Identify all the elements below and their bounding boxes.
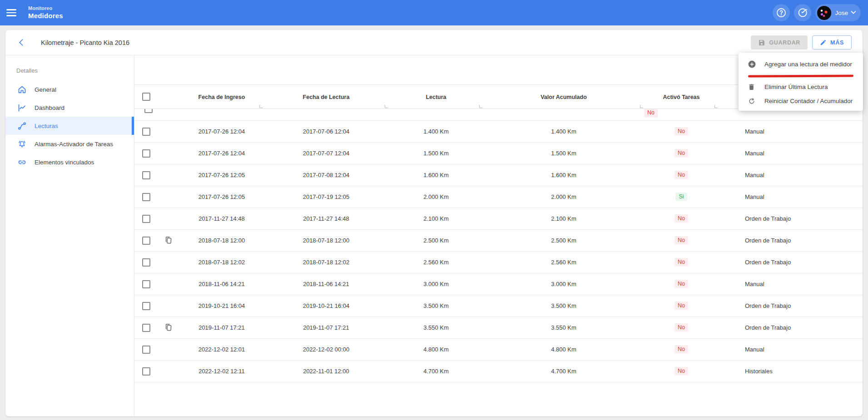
pencil-icon — [820, 39, 827, 46]
column-header-lectura: Lectura — [426, 94, 446, 100]
sidebar-item-elementos[interactable]: Elementos vinculados — [5, 153, 134, 171]
row-checkbox[interactable] — [142, 258, 150, 267]
hamburger-menu-icon[interactable] — [4, 4, 22, 22]
cell-fecha-ingreso: 2017-11-27 14:48 — [180, 215, 263, 222]
table-row[interactable]: 2018-07-18 12:00 2018-07-18 12:00 2.500 … — [134, 230, 863, 252]
cell-origen: Manual — [719, 346, 863, 353]
cell-fecha-ingreso: 2018-11-06 14:21 — [180, 281, 263, 287]
column-resize-handle[interactable] — [714, 105, 718, 108]
cell-lectura: 1.600 Km — [389, 172, 483, 178]
table-row[interactable]: 2019-10-21 16:04 2019-10-21 16:04 3.500 … — [134, 295, 863, 317]
row-checkbox[interactable] — [142, 367, 150, 376]
sidebar-item-alarmas[interactable]: Alarmas-Activador de Tareas — [5, 135, 134, 153]
activo-tareas-badge: No — [644, 109, 658, 118]
cell-valor-acumulado: 2.000 Km — [483, 193, 644, 200]
cell-fecha-lectura: 2022-12-02 00:00 — [263, 346, 389, 353]
cell-valor-acumulado: 2.560 Km — [483, 259, 644, 266]
save-icon — [758, 39, 765, 46]
cell-valor-acumulado: 2.100 Km — [483, 215, 644, 222]
tour-button[interactable] — [794, 4, 811, 21]
copy-icon[interactable] — [164, 236, 174, 246]
cell-origen: Orden de Trabajo — [719, 259, 863, 266]
link-icon — [17, 157, 27, 167]
cell-origen: Orden de Trabajo — [719, 324, 863, 331]
cell-lectura: 2.000 Km — [389, 193, 483, 200]
table-row[interactable]: 2017-07-26 12:05 2017-07-19 12:05 2.000 … — [134, 186, 863, 208]
row-checkbox[interactable] — [142, 128, 150, 136]
cell-valor-acumulado: 3.500 Km — [483, 302, 644, 309]
row-checkbox[interactable] — [142, 149, 150, 158]
cell-lectura: 3.500 Km — [389, 302, 483, 309]
menu-item-label: Reiniciar Contador / Acumulador — [764, 98, 853, 104]
activo-tareas-badge: No — [675, 301, 688, 311]
table-row[interactable]: 2022-12-02 12:01 2022-12-02 00:00 4.800 … — [134, 339, 863, 361]
activo-tareas-badge: No — [675, 323, 688, 332]
add-circle-icon — [748, 60, 756, 69]
more-button-label: MÁS — [830, 40, 844, 46]
trash-icon — [748, 83, 756, 91]
row-checkbox[interactable] — [142, 280, 150, 288]
row-checkbox[interactable] — [142, 193, 150, 201]
column-resize-handle[interactable] — [385, 105, 388, 108]
row-checkbox[interactable] — [142, 346, 150, 354]
cell-lectura: 3.000 Km — [389, 281, 483, 287]
cell-origen: Orden de Trabajo — [719, 237, 863, 244]
topbar: Monitoreo Medidores — [0, 0, 868, 25]
app-title: Medidores — [28, 12, 63, 20]
cell-origen: Orden de Trabajo — [719, 215, 863, 222]
column-resize-handle[interactable] — [640, 105, 643, 108]
menu-item-eliminar-lectura[interactable]: Eliminar Última Lectura — [739, 80, 863, 94]
table-row[interactable]: 2018-07-18 12:02 2018-07-18 12:02 2.560 … — [134, 252, 863, 273]
reset-icon — [748, 97, 756, 105]
cell-valor-acumulado: 3.000 Km — [483, 281, 644, 287]
sidebar-item-general[interactable]: General — [5, 80, 134, 99]
more-button[interactable]: MÁS — [812, 35, 852, 49]
activo-tareas-badge: No — [675, 345, 688, 354]
menu-item-label: Eliminar Última Lectura — [764, 84, 828, 90]
activo-tareas-badge: No — [675, 258, 688, 267]
copy-icon[interactable] — [164, 323, 174, 333]
row-checkbox[interactable] — [142, 237, 150, 245]
sidebar-item-dashboard[interactable]: Dashboard — [5, 99, 134, 117]
table-row[interactable]: 2017-07-26 12:04 2017-07-07 12:04 1.500 … — [134, 143, 863, 164]
row-checkbox[interactable] — [142, 324, 150, 332]
cell-lectura: 2.500 Km — [389, 237, 483, 244]
save-button[interactable]: GUARDAR — [751, 35, 808, 49]
table-row[interactable]: 2018-11-06 14:21 2018-11-06 14:21 3.000 … — [134, 273, 863, 295]
table-row[interactable]: 2017-07-26 12:05 2017-07-08 12:04 1.600 … — [134, 164, 863, 186]
sidebar-item-label: Elementos vinculados — [35, 159, 94, 166]
cell-lectura: 2.100 Km — [389, 215, 483, 222]
cell-origen: Manual — [719, 281, 863, 287]
cell-fecha-ingreso: 2018-07-18 12:00 — [180, 237, 263, 244]
user-menu[interactable]: Jose — [815, 4, 861, 21]
cell-fecha-ingreso: 2017-07-26 12:04 — [180, 128, 263, 135]
menu-item-agregar-lectura[interactable]: Agregar una lectura del medidor — [739, 55, 863, 73]
table-row[interactable]: 2019-11-07 17:21 2019-11-07 17:21 3.550 … — [134, 317, 863, 339]
cell-valor-acumulado: 3.550 Km — [483, 324, 644, 331]
row-checkbox[interactable] — [144, 109, 153, 113]
table-row[interactable]: 2017-11-27 14:48 2017-11-27 14:48 2.100 … — [134, 208, 863, 230]
detail-sidebar: Detalles General Dashboard — [5, 55, 134, 416]
row-checkbox[interactable] — [142, 171, 150, 179]
menu-item-reiniciar-contador[interactable]: Reiniciar Contador / Acumulador — [739, 94, 863, 108]
cell-valor-acumulado: 1.600 Km — [483, 172, 644, 178]
help-button[interactable] — [773, 4, 790, 21]
cell-valor-acumulado: 4.800 Km — [483, 346, 644, 353]
sidebar-item-label: Lecturas — [35, 123, 58, 129]
table-row[interactable]: 2022-12-02 12:11 2022-11-01 12:00 4.700 … — [134, 361, 863, 382]
cell-valor-acumulado: 4.700 Km — [483, 368, 644, 375]
back-button[interactable] — [15, 35, 30, 50]
table-row[interactable]: 2017-07-26 12:04 2017-07-06 12:04 1.400 … — [134, 121, 863, 143]
chevron-down-icon — [851, 9, 856, 14]
sidebar-item-lecturas[interactable]: Lecturas — [5, 117, 134, 135]
sidebar-item-label: Alarmas-Activador de Tareas — [35, 141, 113, 148]
cell-fecha-lectura: 2019-11-07 17:21 — [263, 324, 389, 331]
column-resize-handle[interactable] — [259, 105, 263, 108]
row-checkbox[interactable] — [142, 302, 150, 310]
column-header-fecha-lectura: Fecha de Lectura — [303, 94, 350, 100]
meter-detail-card: Kilometraje - Picanto Kia 2016 GUARDAR M… — [5, 30, 863, 416]
cell-origen: Manual — [719, 128, 863, 135]
row-checkbox[interactable] — [142, 215, 150, 223]
select-all-checkbox[interactable] — [142, 93, 150, 101]
column-resize-handle[interactable] — [479, 105, 482, 108]
